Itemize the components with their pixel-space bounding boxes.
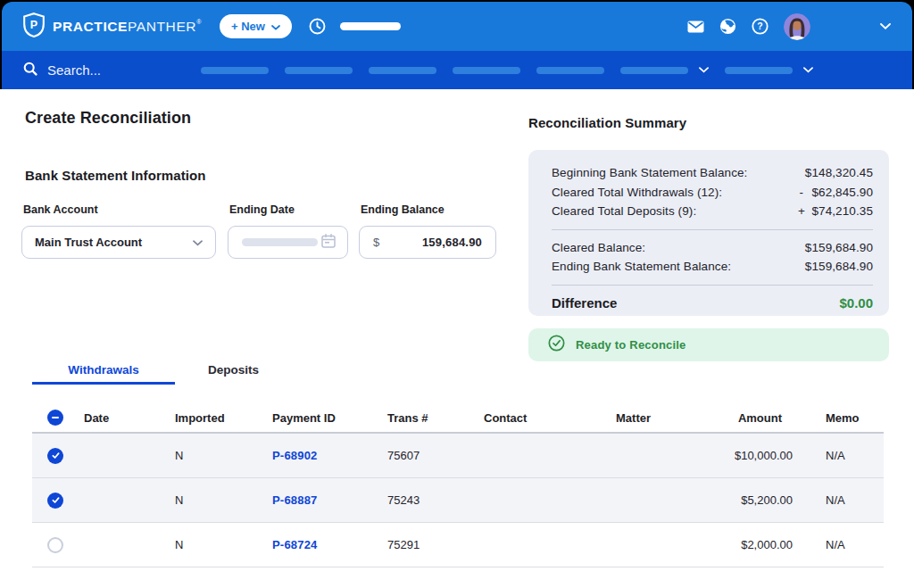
column-header-payment-id[interactable]: Payment ID xyxy=(267,411,382,425)
row-checkbox[interactable] xyxy=(47,493,63,509)
bank-account-value: Main Trust Account xyxy=(35,236,142,249)
help-icon[interactable]: ? xyxy=(752,18,769,35)
ending-date-redacted-value xyxy=(242,238,318,246)
check-circle-icon xyxy=(548,335,565,355)
mail-icon[interactable] xyxy=(687,21,704,33)
amount-cell: $10,000.00 xyxy=(709,449,793,462)
row-checkbox[interactable] xyxy=(47,537,63,553)
payment-id-link[interactable]: P-68887 xyxy=(267,493,382,507)
payment-id-link[interactable]: P-68724 xyxy=(267,538,382,551)
ending-balance-input[interactable]: $ 159,684.90 xyxy=(359,226,496,259)
amount-cell: $2,000.00 xyxy=(709,538,793,551)
top-navigation-bar: P PRACTICEPANTHER® + New xyxy=(2,2,912,51)
bank-account-label: Bank Account xyxy=(23,203,98,216)
select-all-checkbox[interactable] xyxy=(47,410,63,426)
memo-cell: N/A xyxy=(793,493,884,507)
table-header-row: Date Imported Payment ID Trans # Contact… xyxy=(32,403,884,434)
practicepanther-logo[interactable]: P PRACTICEPANTHER® xyxy=(23,12,202,41)
reconciliation-summary-panel: Beginning Bank Statement Balance: $148,3… xyxy=(528,150,889,316)
trans-cell: 75607 xyxy=(382,449,478,462)
nav-item-redacted[interactable] xyxy=(536,67,604,74)
imported-cell: N xyxy=(170,538,267,551)
app-window: P PRACTICEPANTHER® + New xyxy=(0,0,914,588)
redacted-topbar-item[interactable] xyxy=(340,22,401,30)
column-header-matter[interactable]: Matter xyxy=(611,411,709,425)
nav-item-redacted[interactable] xyxy=(285,67,353,74)
divider xyxy=(552,229,873,230)
trans-cell: 75243 xyxy=(382,493,478,507)
new-button-label: + New xyxy=(231,20,265,33)
amount-cell: $5,200.00 xyxy=(709,493,793,507)
chevron-down-icon[interactable] xyxy=(699,67,709,73)
summary-row-value: $148,320.45 xyxy=(805,166,873,179)
summary-row: Cleared Total Withdrawals (12): -$62,845… xyxy=(552,183,873,203)
trans-cell: 75291 xyxy=(382,538,478,551)
nav-item-redacted[interactable] xyxy=(725,67,793,74)
column-header-imported[interactable]: Imported xyxy=(170,411,267,425)
svg-text:?: ? xyxy=(757,21,762,31)
summary-row-label: Cleared Balance: xyxy=(552,241,645,254)
difference-row: Difference $0.00 xyxy=(552,295,873,311)
memo-cell: N/A xyxy=(793,449,884,462)
bank-statement-heading: Bank Statement Information xyxy=(25,168,206,183)
ending-date-input[interactable] xyxy=(228,226,348,259)
nav-item-redacted[interactable] xyxy=(620,67,688,74)
search-icon xyxy=(23,62,37,79)
table-row: N P-68724 75291 $2,000.00 N/A xyxy=(32,523,884,567)
summary-row-label: Ending Bank Statement Balance: xyxy=(552,260,731,273)
nav-item-redacted[interactable] xyxy=(201,67,269,74)
summary-row-value: $159,684.90 xyxy=(805,260,873,273)
summary-row: Cleared Total Deposits (9): +$74,210.35 xyxy=(552,202,873,221)
table-row: N P-68902 75607 $10,000.00 N/A xyxy=(32,434,884,478)
user-avatar[interactable] xyxy=(784,13,810,40)
row-checkbox[interactable] xyxy=(47,448,63,464)
secondary-navigation-bar: Search... xyxy=(2,51,912,89)
bank-account-select[interactable]: Main Trust Account xyxy=(21,226,216,259)
page-title: Create Reconciliation xyxy=(25,109,191,128)
reconciliation-summary-heading: Reconciliation Summary xyxy=(528,115,686,130)
column-header-memo[interactable]: Memo xyxy=(793,411,884,425)
search-input[interactable]: Search... xyxy=(23,62,101,79)
top-chrome: P PRACTICEPANTHER® + New xyxy=(2,2,912,89)
summary-row-value: $62,845.90 xyxy=(811,186,873,199)
memo-cell: N/A xyxy=(793,538,884,551)
difference-value: $0.00 xyxy=(839,295,873,311)
imported-cell: N xyxy=(170,449,267,462)
nav-menu-items xyxy=(201,67,813,74)
summary-row: Beginning Bank Statement Balance: $148,3… xyxy=(552,163,873,183)
globe-icon[interactable] xyxy=(719,18,736,35)
nav-item-redacted[interactable] xyxy=(453,67,520,74)
search-placeholder: Search... xyxy=(47,62,101,78)
svg-text:P: P xyxy=(30,18,37,30)
chevron-down-icon xyxy=(271,20,280,33)
column-header-date[interactable]: Date xyxy=(79,411,170,425)
divider xyxy=(552,285,873,286)
chevron-down-icon[interactable] xyxy=(803,67,813,73)
tab-withdrawals[interactable]: Withdrawals xyxy=(32,357,175,385)
transaction-tabs: Withdrawals Deposits xyxy=(32,357,292,385)
payment-id-link[interactable]: P-68902 xyxy=(267,449,382,462)
summary-row-label: Beginning Bank Statement Balance: xyxy=(552,166,747,179)
main-content: Create Reconciliation Reconciliation Sum… xyxy=(0,89,914,588)
account-menu-chevron-icon[interactable] xyxy=(880,23,891,29)
summary-row-label: Cleared Total Withdrawals (12): xyxy=(552,186,722,199)
imported-cell: N xyxy=(170,493,267,507)
topbar-actions: ? xyxy=(672,13,891,40)
column-header-trans[interactable]: Trans # xyxy=(382,411,478,425)
column-header-amount[interactable]: Amount xyxy=(709,411,793,425)
new-button[interactable]: + New xyxy=(220,14,292,38)
table-row: N P-68887 75243 $5,200.00 N/A xyxy=(32,478,884,523)
status-badge: Ready to Reconcile xyxy=(576,338,686,352)
calendar-icon[interactable] xyxy=(320,233,337,252)
difference-label: Difference xyxy=(552,295,617,311)
column-header-contact[interactable]: Contact xyxy=(478,411,611,425)
nav-item-redacted[interactable] xyxy=(369,67,436,74)
summary-row-sign: + xyxy=(797,204,805,218)
summary-row-value: $159,684.90 xyxy=(805,241,873,254)
chevron-down-icon xyxy=(193,236,203,249)
clock-icon[interactable] xyxy=(309,18,326,35)
shield-logo-icon: P xyxy=(23,12,45,41)
currency-symbol: $ xyxy=(373,236,379,249)
tab-deposits[interactable]: Deposits xyxy=(175,357,292,385)
ending-balance-value: 159,684.90 xyxy=(422,236,482,249)
